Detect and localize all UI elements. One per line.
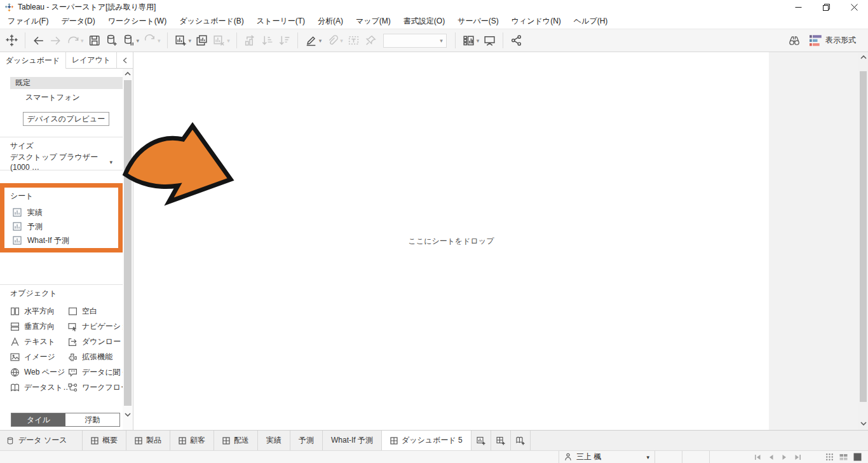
new-dashboard-tab-button[interactable] <box>491 431 511 450</box>
replay-button[interactable]: ▾ <box>64 31 86 50</box>
canvas-scrollbar[interactable] <box>858 52 868 430</box>
pause-auto-updates-button[interactable]: ▾ <box>120 31 142 50</box>
minimize-button[interactable] <box>784 0 812 14</box>
menu-map[interactable]: マップ(M) <box>349 14 397 29</box>
device-preview-button[interactable]: デバイスのプレビュー <box>23 112 109 126</box>
new-worksheet-caret[interactable]: ▾ <box>189 38 192 44</box>
scroll-down-button[interactable] <box>858 418 868 429</box>
object-horizontal[interactable]: 水平方向 <box>10 306 68 317</box>
show-me-button[interactable]: 表示形式 <box>810 34 856 47</box>
presentation-mode-button[interactable] <box>481 31 498 50</box>
sheet-list-item[interactable]: 予測 <box>10 219 118 233</box>
new-story-tab-button[interactable] <box>511 431 531 450</box>
clear-sheet-button[interactable]: ▾ <box>210 31 232 50</box>
first-sheet-button[interactable] <box>754 454 761 460</box>
tab-overview[interactable]: 概要 <box>83 431 126 450</box>
collapse-pane-button[interactable] <box>117 52 133 69</box>
object-data-story[interactable]: データスト… <box>10 382 68 393</box>
tab-forecast[interactable]: 予測 <box>290 431 323 450</box>
menu-file[interactable]: ファイル(F) <box>1 14 55 29</box>
close-button[interactable] <box>840 0 868 14</box>
fit-selector-caret[interactable]: ▾ <box>440 38 443 44</box>
run-auto-updates-button[interactable]: ▾ <box>141 31 163 50</box>
group-members-caret[interactable]: ▾ <box>340 38 343 44</box>
swap-axes-button[interactable] <box>241 31 259 50</box>
menu-server[interactable]: サーバー(S) <box>451 14 505 29</box>
scroll-up-button[interactable] <box>858 52 868 62</box>
tab-customers[interactable]: 顧客 <box>170 431 214 450</box>
new-datasource-button[interactable] <box>103 31 120 50</box>
menu-data[interactable]: データ(D) <box>55 14 101 29</box>
object-extension[interactable]: 拡張機能 <box>68 352 123 363</box>
share-button[interactable] <box>508 31 525 50</box>
next-sheet-button[interactable] <box>781 454 788 460</box>
fix-axes-button[interactable] <box>362 31 379 50</box>
undo-button[interactable] <box>30 31 47 50</box>
pause-auto-updates-caret[interactable]: ▾ <box>137 38 140 44</box>
replay-dropdown-caret[interactable]: ▾ <box>81 38 84 44</box>
duplicate-sheet-button[interactable] <box>193 31 210 50</box>
sort-descending-button[interactable] <box>276 31 293 50</box>
device-default-row[interactable]: 既定 <box>10 77 123 89</box>
object-vertical[interactable]: 垂直方向 <box>10 321 68 332</box>
show-filmstrip-button[interactable] <box>825 453 834 461</box>
sort-ascending-button[interactable] <box>259 31 276 50</box>
highlight-caret[interactable]: ▾ <box>319 38 322 44</box>
show-tabs-button[interactable] <box>839 453 848 461</box>
object-download[interactable]: ダウンロード <box>68 336 123 347</box>
show-mark-labels-button[interactable] <box>345 31 362 50</box>
data-source-tab[interactable]: データ ソース <box>0 431 83 450</box>
object-text[interactable]: テキスト <box>10 336 68 347</box>
last-sheet-button[interactable] <box>794 454 801 460</box>
object-ask-data[interactable]: データに聞く <box>68 367 123 378</box>
user-filter-dropdown[interactable]: 三上 楓 ▾ <box>559 452 654 462</box>
device-phone-row[interactable]: スマートフォン <box>10 92 123 104</box>
object-blank[interactable]: 空白 <box>68 306 123 317</box>
scroll-up-button[interactable] <box>123 69 133 79</box>
scrollbar-thumb[interactable] <box>124 80 132 406</box>
tab-dashboard[interactable]: ダッシュボード <box>0 52 66 69</box>
pane-scrollbar[interactable] <box>123 69 133 430</box>
new-worksheet-tab-button[interactable] <box>471 431 491 450</box>
tab-actuals[interactable]: 実績 <box>258 431 290 450</box>
tab-layout[interactable]: レイアウト <box>66 52 117 69</box>
fit-selector[interactable]: ▾ <box>383 34 447 48</box>
restore-button[interactable] <box>812 0 840 14</box>
tab-shipping[interactable]: 配送 <box>214 431 258 450</box>
menu-format[interactable]: 書式設定(O) <box>397 14 451 29</box>
menu-worksheet[interactable]: ワークシート(W) <box>102 14 173 29</box>
redo-button[interactable] <box>47 31 64 50</box>
show-cards-button[interactable]: ▾ <box>460 31 482 50</box>
sheet-list-item[interactable]: What-If 予測 <box>10 233 118 247</box>
scrollbar-thumb[interactable] <box>860 71 867 402</box>
object-webpage[interactable]: Web ページ <box>10 367 68 378</box>
menu-help[interactable]: ヘルプ(H) <box>567 14 614 29</box>
run-auto-updates-caret[interactable]: ▾ <box>158 38 161 44</box>
tab-products[interactable]: 製品 <box>126 431 170 450</box>
menu-analysis[interactable]: 分析(A) <box>311 14 349 29</box>
menu-dashboard[interactable]: ダッシュボード(B) <box>173 14 250 29</box>
menu-window[interactable]: ウィンドウ(N) <box>505 14 567 29</box>
sheet-list-item[interactable]: 実績 <box>10 205 118 219</box>
size-dropdown[interactable]: デスクトップ ブラウザー (1000 … ▾ <box>10 156 112 168</box>
tableau-home-button[interactable] <box>3 31 20 50</box>
group-members-button[interactable]: ▾ <box>323 31 345 50</box>
show-sheet-button[interactable] <box>853 453 862 461</box>
tab-dashboard-5[interactable]: ダッシュボード 5 <box>382 431 471 450</box>
floating-button[interactable]: 浮動 <box>65 413 119 426</box>
show-cards-caret[interactable]: ▾ <box>477 38 480 44</box>
tab-whatif-forecast[interactable]: What-If 予測 <box>323 431 382 450</box>
clear-sheet-caret[interactable]: ▾ <box>227 38 230 44</box>
object-image[interactable]: イメージ <box>10 352 68 363</box>
tiled-button[interactable]: タイル <box>11 413 65 426</box>
previous-sheet-button[interactable] <box>768 454 775 460</box>
scroll-down-button[interactable] <box>123 410 133 420</box>
object-navigation[interactable]: ナビゲーショ <box>68 321 123 332</box>
find-button[interactable] <box>788 34 801 47</box>
highlight-button[interactable]: ▾ <box>302 31 324 50</box>
menu-story[interactable]: ストーリー(T) <box>250 14 311 29</box>
new-worksheet-button[interactable]: ▾ <box>172 31 194 50</box>
object-workflow[interactable]: ワークフロー <box>68 382 123 393</box>
save-button[interactable] <box>86 31 103 50</box>
dashboard-drop-area[interactable]: ここにシートをドロップ <box>133 52 769 430</box>
